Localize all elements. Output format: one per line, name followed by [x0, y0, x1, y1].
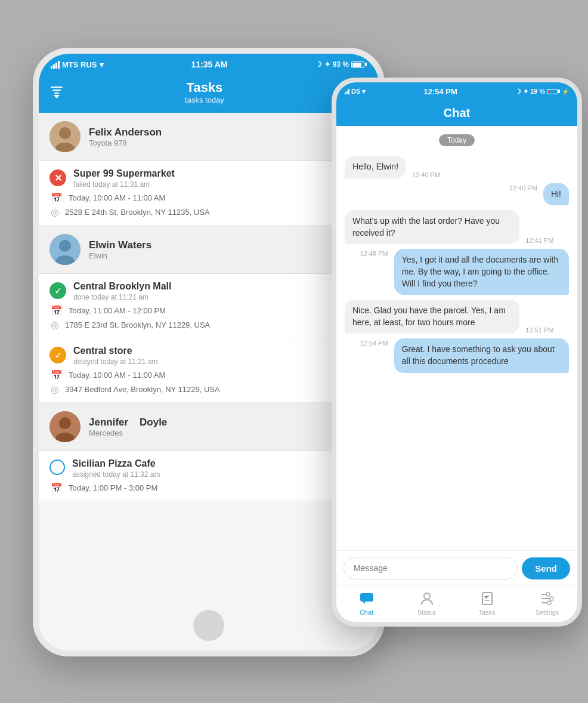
bt-icon-p2: ✦ [523, 88, 528, 95]
status-right: ☽ ✦ 93 % [315, 60, 367, 69]
nav-item-status[interactable]: Status [397, 586, 457, 622]
task-item-cbm[interactable]: ✓ Central Brooklyn Mall done today at 11… [39, 274, 379, 338]
status-icon-done: ✓ [49, 282, 66, 299]
bubble-5: Nice. Glad you have the parcel. Yes, I a… [345, 300, 519, 334]
nav-item-chat[interactable]: Chat [336, 586, 397, 622]
bubble-6: Great. I have something to ask you about… [394, 338, 569, 372]
msg-time-4: 12:48 PM [358, 250, 391, 257]
tasks-scroll[interactable]: Felix Anderson Toyota 978 ✕ Super 99 Sup… [39, 113, 379, 600]
svg-point-7 [59, 417, 71, 429]
msg-time-3: 12:41 PM [523, 237, 556, 244]
driver-row-felix[interactable]: Felix Anderson Toyota 978 [39, 113, 379, 161]
nav-item-settings[interactable]: Settings [517, 586, 577, 622]
driver-name-jennifer: Jennifer Doyle [89, 417, 167, 428]
driver-sub-felix: Toyota 978 [89, 138, 162, 147]
nav-item-tasks[interactable]: Tasks [457, 586, 517, 622]
send-button[interactable]: Send [522, 557, 570, 579]
driver-row-elwin[interactable]: Elwin Waters Elwin [39, 226, 379, 274]
bubble-3: What's up with the last order? Have you … [345, 210, 519, 244]
page-title: Tasks [185, 80, 224, 95]
svg-point-18 [546, 593, 550, 596]
svg-rect-10 [360, 593, 373, 602]
tasks-nav-icon [479, 591, 495, 606]
calendar-icon: 📅 [51, 482, 63, 494]
task-name: Sicilian Pizza Cafe [72, 458, 160, 469]
svg-rect-13 [482, 593, 492, 605]
driver-name-elwin: Elwin Waters [89, 239, 151, 251]
task-item-super99[interactable]: ✕ Super 99 Supermarket failed today at 1… [39, 161, 379, 226]
filter-icon [51, 87, 63, 94]
svg-marker-11 [363, 602, 365, 604]
msg-time-6: 12:54 PM [358, 340, 391, 347]
status-icon-delayed: ✓ [49, 347, 66, 363]
home-button[interactable] [193, 610, 224, 641]
nav-label-settings: Settings [536, 609, 559, 616]
svg-point-19 [550, 597, 553, 600]
bolt-icon: ⚡ [562, 88, 569, 95]
header-title-area: Tasks tasks today [185, 80, 224, 104]
bubble-4: Yes, I got it and all the documents are … [394, 249, 569, 295]
battery-icon-p2 [547, 89, 560, 94]
status-bar-phone2: DS ▾ 12:54 PM ☽ ✦ 19 % ⚡ [336, 82, 577, 100]
task-item-pizza[interactable]: Sicilian Pizza Cafe assigned today at 11… [39, 451, 379, 501]
message-6: Great. I have something to ask you about… [345, 338, 569, 372]
task-time-detail: 📅 Today, 11:00 AM - 12:00 PM [49, 305, 368, 316]
bubble-1: Hello, Elwin! [345, 156, 406, 178]
task-item-central-store[interactable]: ✓ Central store delayed today at 11:21 a… [39, 338, 379, 403]
task-title-block-cbm: Central Brooklyn Mall done today at 11:2… [73, 281, 171, 301]
chat-nav-icon [359, 591, 375, 606]
chat-input-area: Send [336, 550, 577, 585]
driver-info-jennifer: Jennifer Doyle Mercedes [89, 417, 167, 437]
task-title-block-pizza: Sicilian Pizza Cafe assigned today at 11… [72, 458, 160, 479]
msg-time-1: 12:40 PM [410, 171, 442, 178]
filter-button[interactable] [51, 87, 63, 98]
moon-icon-p2: ☽ [515, 88, 521, 95]
wifi-icon: ▾ [100, 60, 104, 69]
message-input[interactable] [343, 557, 517, 579]
avatar-felix [49, 121, 81, 152]
status-left: MTS RUS ▾ [51, 60, 104, 69]
nav-label-status: Status [417, 609, 436, 616]
chat-header: Chat [336, 100, 577, 126]
date-badge: Today [439, 134, 475, 146]
message-3: What's up with the last order? Have you … [345, 210, 569, 244]
task-status-text: failed today at 11:31 am [73, 180, 175, 189]
driver-info-felix: Felix Anderson Toyota 978 [89, 127, 162, 147]
nav-label-tasks: Tasks [478, 609, 495, 616]
svg-point-4 [59, 240, 71, 252]
task-name: Super 99 Supermarket [73, 168, 175, 179]
chevron-down-icon [54, 95, 60, 98]
task-address-detail: ◎ 2528 E 24th St, Brooklyn, NY 11235, US… [49, 206, 368, 218]
bt-icon: ✦ [324, 60, 330, 69]
location-icon: ◎ [51, 319, 59, 331]
battery-percent: 93 % [333, 60, 349, 69]
svg-point-12 [424, 593, 430, 599]
message-2: Hi! 12:40 PM [345, 183, 569, 206]
svg-rect-15 [541, 594, 546, 595]
status-icon-failed: ✕ [49, 169, 66, 186]
message-1: Hello, Elwin! 12:40 PM [345, 156, 569, 178]
task-name: Central Brooklyn Mall [73, 281, 171, 292]
location-icon: ◎ [51, 384, 59, 395]
nav-label-chat: Chat [360, 609, 373, 616]
task-time-detail: 📅 Today, 10:00 AM - 11:00 AM [49, 192, 368, 204]
signal-bars-icon-p2 [345, 89, 349, 94]
phone2-chat: DS ▾ 12:54 PM ☽ ✦ 19 % ⚡ Chat [332, 78, 582, 627]
settings-nav-icon [540, 591, 555, 606]
svg-rect-17 [541, 602, 547, 603]
battery-percent-p2: 19 % [530, 88, 545, 95]
chat-messages-area[interactable]: Today Hello, Elwin! 12:40 PM Hi! 12:40 P… [336, 126, 577, 550]
page-subtitle: tasks today [185, 95, 224, 104]
svg-rect-16 [541, 598, 550, 599]
home-button-area [39, 600, 379, 650]
status-right-p2: ☽ ✦ 19 % ⚡ [515, 88, 569, 95]
task-title-block-cs: Central store delayed today at 11:21 am [73, 346, 157, 366]
carrier-text-p2: DS [351, 88, 360, 95]
task-title-block-super99: Super 99 Supermarket failed today at 11:… [73, 168, 175, 189]
msg-time-5: 12:51 PM [523, 326, 556, 334]
signal-bars-icon [51, 61, 60, 69]
driver-row-jennifer[interactable]: Jennifer Doyle Mercedes [39, 403, 379, 451]
calendar-icon: 📅 [51, 305, 63, 316]
chat-bottom-nav: Chat Status Tasks [336, 585, 577, 622]
location-icon: ◎ [51, 206, 59, 218]
